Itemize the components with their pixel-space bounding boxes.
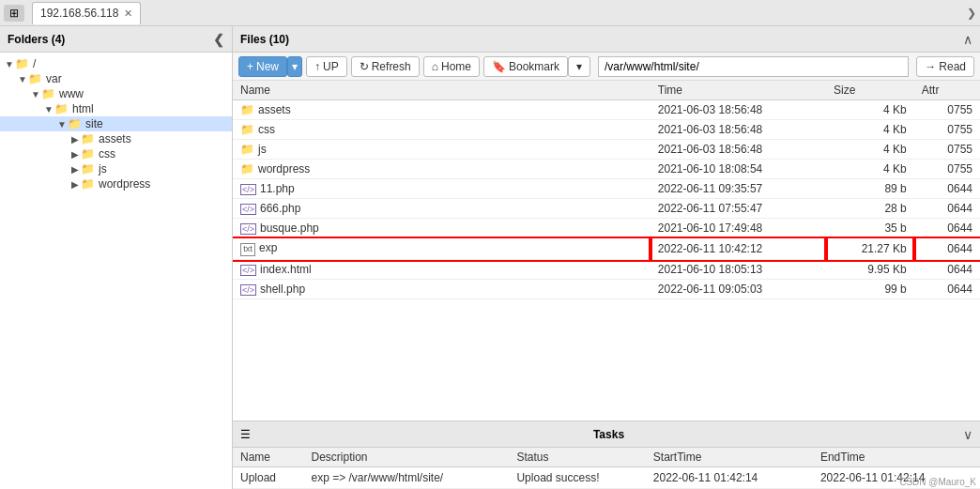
file-attr: 0644 — [914, 260, 980, 280]
right-panel: Files (10) ∧ + New ▾ ↑ UP ↻ R — [233, 26, 980, 489]
file-name: 📁js — [233, 140, 651, 160]
col-size-header: Size — [826, 81, 914, 100]
tree-item-root[interactable]: ▼📁/ — [0, 56, 232, 71]
path-input[interactable] — [598, 56, 909, 77]
tree-item-js[interactable]: ▶📁js — [0, 161, 232, 176]
file-size: 21.27 Kb — [826, 238, 914, 260]
bookmark-button-group: 🔖 Bookmark ▾ — [483, 56, 590, 77]
tree-label: html — [72, 102, 94, 115]
file-size: 9.95 Kb — [826, 260, 914, 280]
php-icon: </> — [240, 284, 256, 296]
table-row[interactable]: </>666.php 2022-06-11 07:55:47 28 b 0644 — [233, 199, 980, 219]
tree-toggle[interactable]: ▶ — [69, 149, 81, 160]
file-time: 2022-06-11 07:55:47 — [651, 199, 826, 219]
file-time: 2021-06-10 17:49:48 — [651, 219, 826, 238]
tasks-expand-button[interactable]: ∨ — [963, 427, 972, 442]
task-row: Upload exp => /var/www/html/site/ Upload… — [233, 467, 980, 489]
home-button[interactable]: ⌂ Home — [423, 56, 480, 77]
tree-toggle[interactable]: ▶ — [69, 134, 81, 145]
tree-toggle[interactable]: ▶ — [69, 164, 81, 175]
table-row[interactable]: 📁js 2021-06-03 18:56:48 4 Kb 0755 — [233, 140, 980, 160]
bookmark-dropdown-button[interactable]: ▾ — [568, 56, 590, 77]
up-icon: ↑ — [314, 60, 320, 73]
bookmark-icon: 🔖 — [492, 60, 506, 73]
watermark: CSDN @Mauro_K — [899, 477, 976, 487]
file-time: 2021-06-10 18:08:54 — [651, 160, 826, 179]
file-time: 2022-06-11 10:42:12 — [651, 238, 826, 260]
grid-button[interactable]: ⊞ — [4, 5, 24, 22]
tab-192[interactable]: 192.168.56.118 ✕ — [32, 2, 141, 24]
folder-icon: 📁 — [28, 72, 43, 85]
file-attr: 0755 — [914, 140, 980, 160]
file-attr: 0755 — [914, 100, 980, 120]
tree-label: www — [59, 87, 84, 100]
read-label: Read — [939, 60, 966, 73]
table-row[interactable]: 📁assets 2021-06-03 18:56:48 4 Kb 0755 — [233, 100, 980, 120]
read-button[interactable]: → Read — [916, 56, 974, 77]
refresh-label: Refresh — [372, 60, 411, 73]
top-bar-expand-icon[interactable]: ❯ — [967, 7, 976, 20]
file-time: 2021-06-03 18:56:48 — [651, 120, 826, 140]
php-icon: </> — [240, 265, 256, 276]
bookmark-button[interactable]: 🔖 Bookmark — [483, 56, 568, 77]
table-row[interactable]: 📁wordpress 2021-06-10 18:08:54 4 Kb 0755 — [233, 160, 980, 179]
folder-icon: 📁 — [15, 57, 30, 70]
tree-item-www[interactable]: ▼📁www — [0, 86, 232, 101]
table-row[interactable]: </>index.html 2021-06-10 18:05:13 9.95 K… — [233, 260, 980, 280]
tree-item-var[interactable]: ▼📁var — [0, 71, 232, 86]
tree-item-site[interactable]: ▼📁site — [0, 116, 232, 131]
table-row[interactable]: </>busque.php 2021-06-10 17:49:48 35 b 0… — [233, 219, 980, 238]
home-icon: ⌂ — [432, 60, 438, 73]
grid-icon: ⊞ — [9, 7, 19, 20]
tree-item-wordpress[interactable]: ▶📁wordpress — [0, 176, 232, 191]
tree-item-html[interactable]: ▼📁html — [0, 101, 232, 116]
file-name: 📁css — [233, 120, 651, 140]
file-attr: 0755 — [914, 160, 980, 179]
tree-item-assets[interactable]: ▶📁assets — [0, 131, 232, 146]
file-attr: 0755 — [914, 120, 980, 140]
folders-collapse-button[interactable]: ❮ — [213, 32, 224, 47]
folder-icon: 📁 — [81, 162, 96, 176]
main-layout: Folders (4) ❮ ▼📁/▼📁var▼📁www▼📁html▼📁site▶… — [0, 26, 980, 489]
task-col-description: Description — [303, 448, 509, 467]
file-size: 99 b — [826, 280, 914, 299]
task-col-status: Status — [509, 448, 645, 467]
table-row[interactable]: </>shell.php 2022-06-11 09:05:03 99 b 06… — [233, 280, 980, 299]
new-button[interactable]: + New — [238, 56, 287, 77]
tasks-menu-icon: ☰ — [240, 428, 251, 441]
php-icon: </> — [240, 223, 256, 235]
file-time: 2022-06-11 09:35:57 — [651, 179, 826, 199]
tree-item-css[interactable]: ▶📁css — [0, 146, 232, 161]
folder-icon: 📁 — [41, 87, 56, 100]
tab-close-icon[interactable]: ✕ — [124, 8, 132, 20]
new-button-group: + New ▾ — [238, 56, 302, 77]
folder-icon: 📁 — [54, 102, 69, 115]
table-row[interactable]: txtexp 2022-06-11 10:42:12 21.27 Kb 0644 — [233, 238, 980, 260]
tree-toggle[interactable]: ▼ — [43, 104, 54, 115]
new-dropdown-button[interactable]: ▾ — [287, 56, 302, 77]
table-row[interactable]: 📁css 2021-06-03 18:56:48 4 Kb 0755 — [233, 120, 980, 140]
up-button[interactable]: ↑ UP — [306, 56, 347, 77]
tree-toggle[interactable]: ▼ — [30, 89, 41, 99]
file-size: 4 Kb — [826, 100, 914, 120]
files-collapse-button[interactable]: ∧ — [963, 32, 972, 47]
folders-title: Folders (4) — [8, 33, 65, 46]
tree-toggle[interactable]: ▼ — [56, 119, 68, 130]
folder-icon: 📁 — [81, 132, 96, 145]
file-name: </>shell.php — [233, 280, 651, 299]
refresh-button[interactable]: ↻ Refresh — [351, 56, 420, 77]
tree-toggle[interactable]: ▶ — [69, 179, 81, 190]
tasks-header: ☰ Tasks ∨ — [233, 421, 980, 448]
table-row[interactable]: </>11.php 2022-06-11 09:35:57 89 b 0644 — [233, 179, 980, 199]
file-size: 4 Kb — [826, 120, 914, 140]
file-name: </>index.html — [233, 260, 651, 280]
tree-toggle[interactable]: ▼ — [4, 59, 15, 69]
files-toolbar: + New ▾ ↑ UP ↻ Refresh ⌂ Home — [233, 53, 980, 81]
file-name: </>busque.php — [233, 219, 651, 238]
tasks-table-header: Name Description Status StartTime EndTim… — [233, 448, 980, 467]
file-size: 35 b — [826, 219, 914, 238]
tasks-table: Name Description Status StartTime EndTim… — [233, 448, 980, 489]
file-time: 2021-06-03 18:56:48 — [651, 100, 826, 120]
tree-toggle[interactable]: ▼ — [17, 74, 28, 84]
tree-label: wordpress — [99, 177, 150, 191]
